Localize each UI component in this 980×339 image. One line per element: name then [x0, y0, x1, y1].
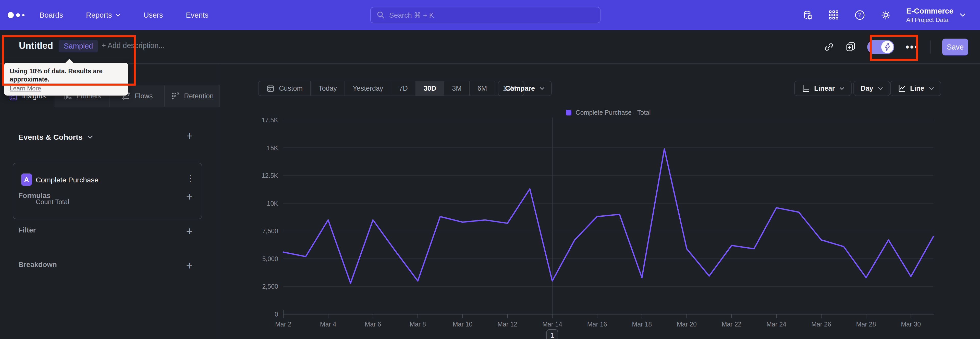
chart-panel: CustomTodayYesterday7D30D3M6M12M Compare… — [221, 64, 980, 339]
sampling-tooltip: Using 10% of data. Results are approxima… — [4, 63, 128, 96]
y-axis-tick-label: 2,500 — [262, 283, 278, 290]
divider — [931, 40, 931, 54]
x-axis-tick-label: Mar 2 — [275, 321, 291, 328]
nav-link-reports[interactable]: Reports — [86, 11, 121, 19]
nav-link-label: Events — [186, 11, 208, 19]
line-chart[interactable]: 02,5005,0007,50010K12.5K15K17.5KMar 2Mar… — [221, 64, 980, 339]
apps-grid-icon[interactable] — [828, 10, 839, 21]
kebab-menu-icon[interactable]: ⋮ — [186, 173, 195, 183]
tab-label: Flows — [135, 92, 153, 100]
y-axis-tick-label: 0 — [275, 311, 278, 318]
x-axis-tick-label: Mar 10 — [453, 321, 473, 328]
sampling-toggle[interactable] — [867, 40, 894, 54]
x-axis-tick-label: Mar 14 — [542, 321, 562, 328]
add-to-board-icon[interactable] — [845, 42, 856, 52]
y-axis-tick-label: 12.5K — [262, 172, 278, 179]
y-axis-tick-label: 7,500 — [262, 227, 278, 235]
x-axis-tick-label: Mar 16 — [587, 321, 607, 328]
search-placeholder: Search ⌘ + K — [389, 11, 434, 19]
nav-link-label: Reports — [86, 11, 112, 19]
event-letter-badge: A — [21, 173, 32, 186]
top-nav-bar: BoardsReportsUsersEvents Search ⌘ + K — [0, 0, 980, 30]
x-axis-tick-label: Mar 20 — [677, 321, 697, 328]
add-breakdown-button[interactable]: + — [183, 259, 196, 272]
x-axis-tick-label: Mar 24 — [767, 321, 786, 328]
search-input[interactable]: Search ⌘ + K — [370, 7, 600, 23]
nav-right-icons: ? E-Commerce All Project Data — [802, 0, 980, 30]
add-formulas-button[interactable]: + — [183, 190, 196, 203]
project-switcher[interactable]: E-Commerce All Project Data — [906, 6, 966, 24]
learn-more-link[interactable]: Learn More — [10, 85, 41, 92]
report-header-bar: Untitled Sampled + Add description... ••… — [0, 30, 980, 64]
x-axis-tick-label: Mar 12 — [497, 321, 517, 328]
project-name: E-Commerce — [906, 6, 953, 15]
nav-link-boards[interactable]: Boards — [40, 11, 63, 19]
sidebar-section-breakdown: Breakdown+ — [0, 258, 220, 273]
nav-links: BoardsReportsUsersEvents — [40, 0, 208, 30]
data-management-icon[interactable] — [802, 10, 813, 21]
query-builder-sidebar: InsightsFunnelsFlowsRetention Events & C… — [0, 64, 220, 339]
events-cohorts-title: Events & Cohorts — [18, 133, 83, 142]
add-filter-button[interactable]: + — [183, 225, 196, 237]
report-title[interactable]: Untitled — [19, 40, 53, 51]
chevron-down-icon — [959, 13, 966, 17]
retention-icon — [171, 91, 180, 101]
svg-text:?: ? — [858, 11, 861, 18]
x-axis-tick-label: Mar 18 — [632, 321, 652, 328]
nav-link-users[interactable]: Users — [143, 11, 163, 19]
mixpanel-logo[interactable] — [8, 0, 24, 30]
y-axis-tick-label: 17.5K — [262, 117, 278, 124]
tab-retention[interactable]: Retention — [165, 85, 220, 107]
x-axis-tick-label: Mar 28 — [856, 321, 876, 328]
more-options-button[interactable]: ••• — [905, 42, 919, 53]
y-axis-tick-label: 15K — [267, 144, 278, 152]
x-axis-tick-label: Mar 26 — [811, 321, 831, 328]
lightning-icon — [883, 43, 892, 51]
nav-link-label: Boards — [40, 11, 63, 19]
y-axis-tick-label: 5,000 — [262, 255, 278, 262]
sampling-toggle-knob — [881, 41, 894, 53]
settings-gear-icon[interactable] — [880, 10, 891, 21]
section-label: Filter — [18, 226, 36, 234]
x-axis-tick-label: Mar 8 — [410, 321, 426, 328]
section-label: Formulas — [18, 192, 51, 200]
section-label: Breakdown — [18, 261, 57, 269]
chevron-down-icon — [115, 14, 121, 17]
series-line[interactable] — [283, 149, 933, 283]
nav-link-label: Users — [143, 11, 163, 19]
sidebar-section-formulas: Formulas+ — [0, 189, 220, 205]
chevron-down-icon — [87, 135, 93, 139]
add-event-button[interactable]: + — [183, 130, 196, 142]
help-icon[interactable]: ? — [854, 10, 865, 21]
add-description-button[interactable]: + Add description... — [102, 42, 165, 50]
nav-link-events[interactable]: Events — [186, 11, 208, 19]
y-axis-tick-label: 10K — [267, 200, 278, 207]
tooltip-text: Using 10% of data. Results are approxima… — [10, 67, 123, 83]
x-axis-tick-label: Mar 6 — [365, 321, 381, 328]
x-axis-tick-label: Mar 4 — [320, 321, 336, 328]
save-button[interactable]: Save — [942, 38, 968, 56]
x-axis-tick-label: Mar 22 — [722, 321, 741, 328]
events-cohorts-header[interactable]: Events & Cohorts — [18, 133, 93, 142]
event-name[interactable]: Complete Purchase — [36, 176, 99, 184]
sampled-badge[interactable]: Sampled — [59, 40, 98, 52]
copy-link-icon[interactable] — [824, 42, 834, 52]
project-scope: All Project Data — [906, 16, 953, 24]
sidebar-section-filter: Filter+ — [0, 224, 220, 239]
annotation-chip-label: 1 — [550, 332, 554, 339]
tab-label: Retention — [184, 92, 213, 100]
x-axis-tick-label: Mar 30 — [901, 321, 921, 328]
search-icon — [376, 11, 385, 19]
report-header-actions: ••• Save — [824, 30, 968, 64]
